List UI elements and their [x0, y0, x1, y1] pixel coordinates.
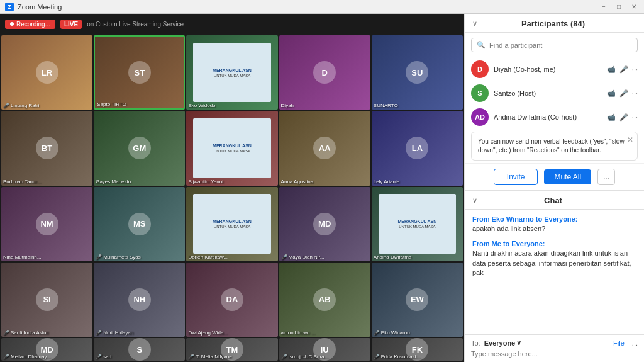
video-cell[interactable]: GM Gayes Mahestu [94, 111, 185, 185]
more-button[interactable]: ... [597, 169, 615, 185]
search-icon: 🔍 [477, 41, 486, 49]
video-cell[interactable]: LA Lely Arianie [372, 111, 463, 185]
video-cell[interactable]: MD 🎤 Meilani Dhamay... [1, 338, 92, 361]
more-icon[interactable]: ··· [632, 89, 638, 97]
cell-name-label: 🎤 Eko Winarno [374, 330, 410, 336]
chat-recipient: Everyone [484, 339, 516, 347]
minimize-button[interactable]: − [599, 2, 609, 12]
participant-action-icons: 📹 🎤 ··· [607, 65, 638, 74]
cell-name-label: Sijwantini Yenni [188, 179, 223, 184]
mic-icon[interactable]: 🎤 [619, 113, 628, 122]
video-cell[interactable]: SI 🎤 Santi Indra Astuti [1, 263, 92, 337]
chat-sender: From Me to Everyone: [472, 239, 636, 249]
maximize-button[interactable]: □ [614, 2, 624, 12]
titlebar-left: Z Zoom Meeting [5, 3, 62, 11]
cell-name-label: 🎤 sari [96, 354, 111, 359]
video-cell[interactable]: LR 🎤 Lintang Ratri [1, 35, 92, 110]
cell-name-label: Dwi Ajeng Wida... [188, 330, 228, 336]
cell-name-label: 🎤 Meilani Dhamay... [3, 354, 50, 359]
video-cell[interactable]: TM 🎤 T. Melia Milyane [186, 338, 277, 361]
video-cell[interactable]: ST Sapto TIRTO [94, 35, 185, 110]
video-cell[interactable]: D Diyah [279, 35, 370, 110]
cell-name-label: SUNARTO [374, 103, 398, 108]
more-icon[interactable]: ··· [632, 65, 638, 73]
participant-item[interactable]: D Diyah (Co-host, me) 📹 🎤 ··· [471, 57, 638, 81]
participant-action-icons: 📹 🎤 ··· [607, 113, 638, 122]
video-cell[interactable]: NH 🎤 Nuril Hidayah [94, 263, 185, 337]
chat-more-button[interactable]: ... [632, 339, 638, 347]
chat-text: apakah ada link absen? [472, 224, 636, 234]
notification-bubble: You can now send non-verbal feedback ("y… [471, 132, 638, 161]
titlebar-title: Zoom Meeting [18, 3, 62, 11]
chat-input[interactable] [471, 350, 638, 358]
video-icon[interactable]: 📹 [607, 65, 616, 74]
chat-text: Nanti di akhir acara akan dibagikan link… [472, 249, 636, 278]
video-grid: LR 🎤 Lintang Ratri ST Sapto TIRTO MERANG… [0, 34, 464, 362]
chat-to-label: To: [471, 339, 480, 347]
participant-name: Diyah (Co-host, me) [494, 65, 602, 73]
cell-name-label: 🎤 Lintang Ratri [3, 103, 39, 108]
search-box[interactable]: 🔍 [471, 38, 638, 52]
cell-name-label: anton birowo ... [281, 330, 316, 336]
sidebar: ∨ Participants (84) 🔍 D Diyah (Co-host, … [464, 14, 644, 362]
video-cell[interactable]: DA Dwi Ajeng Wida... [186, 263, 277, 337]
video-cell[interactable]: MD 🎤 Maya Diah Nir... [279, 187, 370, 261]
chat-section: ∨ Chat From Eko Winarno to Everyone: apa… [465, 190, 644, 362]
more-icon[interactable]: ··· [632, 113, 638, 121]
cell-name-label: 🎤 Ismojo-UC Sura... [281, 354, 329, 359]
video-cell[interactable]: BT Bud man Tanur... [1, 111, 92, 185]
cell-name-label: 🎤 Mulharnetti Syas [96, 254, 141, 260]
cell-name-label: Diyah [281, 103, 294, 108]
recording-label: Recording... [16, 21, 50, 28]
video-cell[interactable]: FK 🎤 Frida Kusumast... [372, 338, 463, 361]
mic-icon[interactable]: 🎤 [619, 89, 628, 98]
cell-name-label: 🎤 Santi Indra Astuti [3, 330, 48, 336]
chat-to-select[interactable]: Everyone ∨ [484, 339, 522, 347]
cell-name-label: Andina Dwifatma [374, 254, 411, 260]
mic-icon[interactable]: 🎤 [619, 65, 628, 74]
participant-item[interactable]: S Santzo (Host) 📹 🎤 ··· [471, 81, 638, 105]
mute-all-button[interactable]: Mute All [544, 169, 591, 184]
participants-title: Participants (84) [521, 19, 585, 28]
video-cell[interactable]: NM Nina Mutmainn... [1, 187, 92, 261]
chat-input-area: To: Everyone ∨ File ... [465, 334, 644, 362]
video-cell[interactable]: AA Anna Agustina [279, 111, 370, 185]
titlebar-controls[interactable]: − □ ✕ [599, 2, 639, 12]
video-cell[interactable]: EW 🎤 Eko Winarno [372, 263, 463, 337]
invite-button[interactable]: Invite [494, 169, 538, 185]
notification-text: You can now send non-verbal feedback ("y… [478, 138, 625, 154]
video-cell[interactable]: MS 🎤 Mulharnetti Syas [94, 187, 185, 261]
video-cell[interactable]: S 🎤 sari [94, 338, 185, 361]
search-input[interactable] [489, 42, 632, 49]
recording-dot [10, 22, 14, 26]
participant-actions-row: Invite Mute All ... [465, 163, 644, 190]
cell-name-label: 🎤 Nuril Hidayah [96, 330, 133, 336]
video-cell[interactable]: AB anton birowo ... [279, 263, 370, 337]
video-cell[interactable]: MERANGKUL ASN UNTUK MUDA MASA Dorien Kar… [186, 187, 277, 261]
chat-message: From Me to Everyone: Nanti di akhir acar… [472, 239, 636, 278]
close-button[interactable]: ✕ [629, 2, 639, 12]
participant-avatar: S [471, 84, 489, 102]
participant-name: Andina Dwifatma (Co-host) [494, 113, 602, 121]
video-icon[interactable]: 📹 [607, 113, 616, 122]
participant-item[interactable]: AD Andina Dwifatma (Co-host) 📹 🎤 ··· [471, 105, 638, 129]
video-cell[interactable]: IU 🎤 Ismojo-UC Sura... [279, 338, 370, 361]
zoom-icon: Z [5, 3, 14, 11]
participant-avatar: AD [471, 108, 489, 126]
chat-header: ∨ Chat [465, 191, 644, 210]
video-cell[interactable]: MERANGKUL ASN UNTUK MUDA MASA Sijwantini… [186, 111, 277, 185]
cell-name-label: 🎤 T. Melia Milyane [188, 354, 231, 359]
chat-title: Chat [544, 196, 562, 205]
video-icon[interactable]: 📹 [607, 89, 616, 98]
video-cell[interactable]: SU SUNARTO [372, 35, 463, 110]
video-cell[interactable]: MERANGKUL ASN UNTUK MUDA MASA Andina Dwi… [372, 187, 463, 261]
cell-name-label: Nina Mutmainn... [3, 254, 41, 260]
chat-chevron-icon[interactable]: ∨ [472, 196, 477, 205]
cell-name-label: Bud man Tanur... [3, 179, 41, 184]
chat-sender: From Eko Winarno to Everyone: [472, 215, 636, 224]
video-cell[interactable]: MERANGKUL ASN UNTUK MUDA MASA Eko Widodo [186, 35, 277, 110]
chevron-icon[interactable]: ∨ [472, 20, 477, 28]
notification-close-button[interactable]: ✕ [627, 135, 633, 145]
chat-file-button[interactable]: File [613, 339, 625, 347]
cell-name-label: Lely Arianie [374, 179, 399, 184]
